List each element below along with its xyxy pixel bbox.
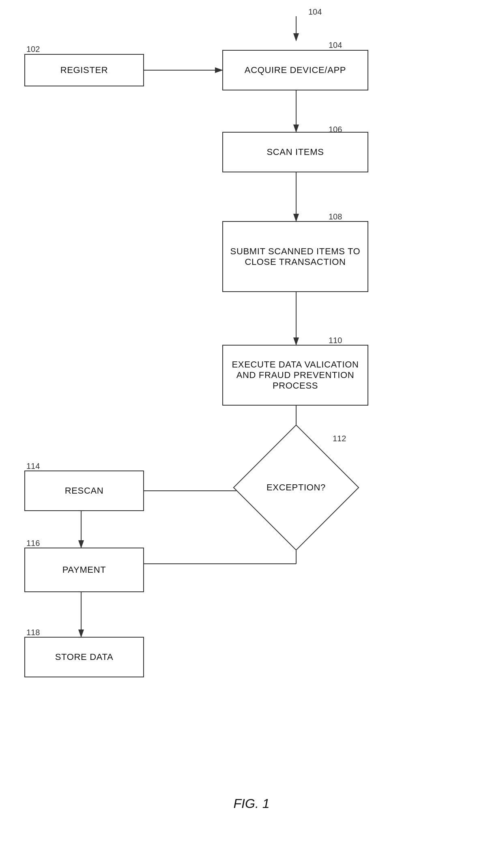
rescan-box: RESCAN [24,471,144,511]
ref-118: 118 [26,628,40,637]
scan-box: SCAN ITEMS [222,132,368,172]
ref-104: 104 [329,41,342,50]
register-box: REGISTER [24,54,144,86]
flow-arrows [0,0,503,868]
diagram-container: 104 REGISTER 102 ACQUIRE DEVICE/APP 104 … [0,0,503,868]
ref-112: 112 [333,434,346,443]
exception-diamond: EXCEPTION? [251,442,342,533]
store-box: STORE DATA [24,637,144,677]
ref-116: 116 [26,539,40,548]
ref-108: 108 [329,212,342,221]
acquire-box: ACQUIRE DEVICE/APP [222,50,368,90]
ref-102: 102 [26,45,40,54]
figure-label: FIG. 1 [234,796,270,811]
payment-box: PAYMENT [24,548,144,592]
ref-110: 110 [329,336,342,345]
ref-100: 104 [308,7,322,17]
ref-114: 114 [26,462,40,471]
execute-box: EXECUTE DATA VALICATION AND FRAUD PREVEN… [222,345,368,406]
submit-box: SUBMIT SCANNED ITEMS TO CLOSE TRANSACTIO… [222,221,368,292]
ref-106: 106 [329,125,342,134]
